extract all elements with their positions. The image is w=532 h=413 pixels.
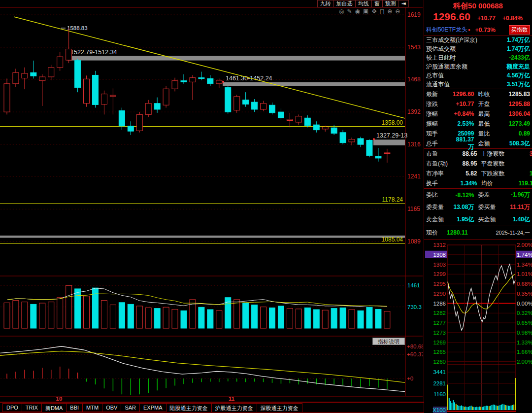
volume-bar: [252, 305, 258, 328]
current-price-row: 现价 1280.11 2025-11-24,一: [424, 226, 532, 240]
intraday-right-axis-label: 1.01%: [517, 271, 532, 277]
indicator-tab-2[interactable]: 新DMA: [41, 403, 66, 413]
volume-ma-line: [7, 294, 387, 306]
eye-icon[interactable]: ◉: [355, 8, 360, 15]
volume-bar: [358, 310, 364, 328]
stat-row: 市盈(动)88.95平盘家数1: [424, 159, 532, 169]
toolbar-item-2[interactable]: 均线: [356, 0, 372, 7]
top-toolbar: 九转加自选均线窗预测⇥: [0, 0, 423, 7]
level-label: 1358.00: [382, 119, 403, 126]
kline-chart[interactable]: 161915431468139213161241116510891522.79-…: [0, 0, 423, 402]
intraday-left-axis-label: 1299: [433, 271, 446, 277]
eraser-icon[interactable]: ▣: [363, 8, 368, 15]
trading-app: 161915431468139213161241116510891522.79-…: [0, 0, 532, 413]
intraday-vol-unit-label: X100: [432, 407, 446, 413]
stock-title: 科创50 000688: [424, 0, 532, 11]
volume-bar: [278, 306, 284, 328]
indicator-tab-8[interactable]: 陆股通主力资金: [166, 403, 212, 413]
candle: [22, 73, 28, 78]
indicator-tab-9[interactable]: 沪股通主力资金: [211, 403, 257, 413]
volume-bar: [57, 298, 63, 328]
indicator-tab-1[interactable]: TRIX: [22, 403, 42, 412]
buy-index-button[interactable]: 买指数: [509, 25, 530, 34]
volume-bar: [340, 308, 346, 328]
indicator-tab-0[interactable]: DPO: [2, 403, 22, 412]
circle-tool-icon[interactable]: ◎: [339, 8, 344, 15]
toolbar-item-4[interactable]: 预测: [383, 0, 399, 7]
volume-axis-label: 1461: [407, 282, 420, 288]
candle: [48, 68, 54, 77]
draw-tools: ◎✎◉▣✥⋂⊕⊖: [339, 8, 400, 15]
gap-label: 1327.29-13: [376, 132, 407, 139]
stat-row: 换手1.34%均价119.11: [424, 178, 532, 188]
stat-row: 委比-8.12%委差-1.96万: [424, 189, 532, 201]
indicator-line: [0, 346, 405, 392]
toolbar-item-3[interactable]: 窗: [372, 0, 383, 7]
candle: [375, 156, 381, 158]
zoom-out-icon[interactable]: ⊖: [395, 8, 400, 15]
volume-bar: [4, 303, 10, 328]
toolbar-item-0[interactable]: 九转: [317, 0, 334, 7]
stat-row: 振幅2.53%最低1273.49: [424, 119, 532, 129]
candle: [384, 153, 390, 154]
stat-row: 流通市值3.51万亿: [424, 80, 532, 89]
pencil-tool-icon[interactable]: ✎: [347, 8, 352, 15]
intraday-left-axis-label: 1308: [433, 252, 446, 258]
intraday-left-axis-label: 1295: [433, 281, 446, 287]
volume-bar: [101, 301, 107, 328]
month-label: 11: [229, 396, 235, 402]
candle: [136, 114, 142, 131]
quote-stats-section: 最新1296.60昨收1285.83涨跌+10.77开盘1295.88涨幅+0.…: [424, 89, 532, 149]
intraday-vol-axis-label: 2281: [433, 380, 446, 386]
indicator-tab-4[interactable]: MTM: [82, 403, 102, 412]
indicator-tab-7[interactable]: EXPMA: [139, 403, 166, 412]
volume-ma-line: [7, 288, 387, 307]
indicator-tab-6[interactable]: SAR: [121, 403, 140, 412]
volume-bar: [22, 302, 28, 328]
toolbar-item-1[interactable]: 加自选: [334, 0, 356, 7]
candle: [340, 133, 346, 143]
etf-row: 科创50ETF龙头 ● +0.73% 买指数: [424, 25, 532, 35]
high-price-label: 1588.83: [67, 25, 88, 31]
intraday-left-axis-label: 1312: [433, 242, 446, 248]
indicator-tab-10[interactable]: 深股通主力资金: [257, 403, 302, 413]
candle: [128, 126, 133, 131]
zoom-in-icon[interactable]: ⊕: [387, 8, 392, 15]
intraday-right-axis-label: 1.66%: [517, 349, 532, 355]
volume-bar: [384, 311, 390, 328]
volume-bar: [110, 305, 116, 328]
intraday-right-axis-label: 0.65%: [517, 320, 532, 326]
collapse-panel-icon[interactable]: ⇥: [399, 0, 409, 7]
intraday-left-axis-label: 1260: [433, 359, 446, 365]
level-label: 1085.04: [382, 236, 403, 243]
intraday-chart[interactable]: 13122.00%13081.74%13031.34%12991.01%1295…: [424, 241, 532, 413]
volume-bar: [13, 301, 19, 328]
lock-icon[interactable]: ⋂: [379, 8, 384, 15]
candle: [349, 139, 355, 142]
gap-zone: [0, 236, 405, 238]
stat-row: 涨跌+10.77开盘1295.88: [424, 99, 532, 109]
price-axis-label: 1619: [407, 11, 421, 18]
intraday-left-axis-label: 1303: [433, 262, 446, 268]
candle: [269, 105, 275, 113]
volume-bar: [154, 309, 160, 328]
gap-zone: [67, 56, 405, 61]
indicator-tab-5[interactable]: OBV: [102, 403, 121, 412]
indicator-help-button[interactable]: 指标说明: [372, 338, 405, 345]
stat-row: 总市值4.56万亿: [424, 71, 532, 80]
etf-link[interactable]: 科创50ETF龙头: [426, 26, 467, 34]
intraday-left-axis-label: 1282: [433, 310, 446, 316]
hand-tool-icon[interactable]: ✥: [371, 8, 376, 15]
candle: [154, 103, 160, 109]
intraday-left-axis-label: 1277: [433, 320, 446, 326]
volume-bar: [181, 310, 187, 328]
stat-row: 委卖量13.08万委买量11.11万: [424, 201, 532, 213]
intraday-right-axis-label: 0.35%: [517, 291, 532, 297]
volume-bar: [375, 309, 381, 328]
candle: [66, 49, 72, 60]
indicator-tab-3[interactable]: BBI: [66, 403, 83, 412]
volume-bar: [31, 304, 36, 328]
intraday-left-axis-label: 1265: [433, 349, 446, 355]
stat-row: 现手25099量比0.89: [424, 129, 532, 138]
intraday-left-axis-label: 1273: [433, 330, 446, 336]
